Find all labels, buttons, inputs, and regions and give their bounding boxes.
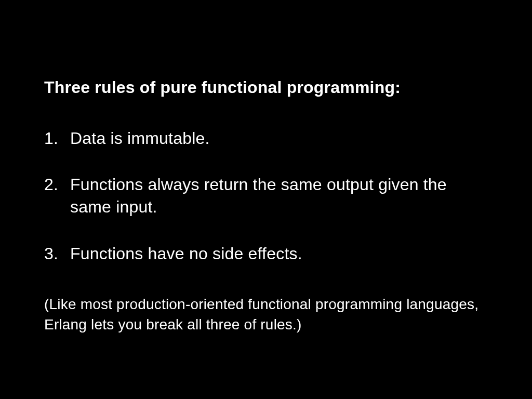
rules-list: Data is immutable. Functions always retu…	[44, 127, 488, 265]
footnote: (Like most production-oriented functiona…	[44, 294, 488, 335]
list-item: Functions always return the same output …	[44, 174, 488, 218]
slide: Three rules of pure functional programmi…	[0, 0, 532, 399]
list-item: Data is immutable.	[44, 127, 488, 150]
slide-heading: Three rules of pure functional programmi…	[44, 78, 488, 97]
list-item: Functions have no side effects.	[44, 243, 488, 265]
